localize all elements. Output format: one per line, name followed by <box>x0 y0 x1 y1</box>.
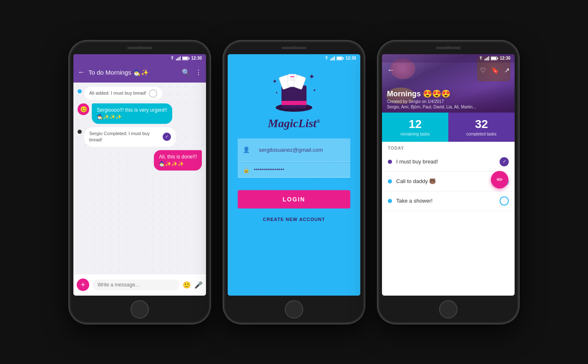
back-button[interactable]: ← <box>78 68 85 77</box>
power-button-2 <box>364 92 365 113</box>
avatar-sergio: 😊 <box>78 103 89 115</box>
vol-up-button-3 <box>377 88 378 103</box>
todo-check-3[interactable] <box>500 196 509 206</box>
vol-up-button-1 <box>69 88 70 103</box>
email-field-container: 👤 <box>238 138 350 162</box>
phone-2: 12:30 ✦ ✦ ✦ ✦ <box>223 40 365 324</box>
svg-rect-5 <box>189 58 190 59</box>
share-icon[interactable]: ↗ <box>504 66 510 74</box>
email-input[interactable] <box>254 143 345 157</box>
toolbar-icons: 🔍 ⋮ <box>182 68 202 76</box>
emoji-icon[interactable]: 🙂 <box>183 281 191 289</box>
today-section-label: TODAY <box>382 142 515 152</box>
list-header-title: Mornings 😍😍😍 <box>387 89 510 98</box>
remaining-label: remaining tasks <box>400 132 430 136</box>
msg-bubble-system-1: Ali added: I must buy bread! <box>84 87 162 100</box>
chat-title: To do Mornings 🧙‍♂️✨ <box>88 69 178 76</box>
login-form: 👤 🔒 <box>238 138 350 178</box>
todo-item-3: Take a shower! <box>382 191 515 211</box>
lock-icon: 🔒 <box>243 166 250 173</box>
home-button-3[interactable] <box>439 300 457 319</box>
message-row-4: Ali, this is done!!!🧙‍♂️✨✨✨ <box>78 150 202 171</box>
phone-screen-2: 12:30 ✦ ✦ ✦ ✦ <box>228 54 360 296</box>
more-icon[interactable]: ⋮ <box>195 68 202 76</box>
msg-text-2: Sergioooo!!! this is very urgent!!🧙‍♂️✨✨… <box>97 107 167 120</box>
todo-dot-1 <box>388 160 392 164</box>
status-bar-3: 12:30 <box>382 54 515 63</box>
list-back-button[interactable]: ← <box>387 66 395 75</box>
completed-check: ✓ <box>163 133 171 141</box>
mic-icon[interactable]: 🎤 <box>194 281 203 289</box>
chat-toolbar: ← To do Mornings 🧙‍♂️✨ 🔍 ⋮ <box>73 63 206 83</box>
login-screen: 12:30 ✦ ✦ ✦ ✦ <box>228 54 360 296</box>
completed-label: completed tasks <box>466 132 496 136</box>
signal-icon-3 <box>485 56 490 60</box>
wifi-icon-3 <box>478 56 483 60</box>
login-button[interactable]: LOGIN <box>238 190 350 208</box>
phone-camera-2 <box>292 46 296 49</box>
list-action-icons: ♡ 🔖 ↗ <box>480 66 510 74</box>
vol-down-button-3 <box>377 106 378 121</box>
task-circle-1 <box>149 89 157 98</box>
list-header-overlay: Mornings 😍😍😍 Created by Sergio on 1/4/20… <box>382 86 515 113</box>
todo-text-3: Take a shower! <box>396 198 495 204</box>
status-icons-3: 12:30 <box>478 56 510 60</box>
svg-rect-30 <box>488 56 489 60</box>
list-header-members: Sergio, Ami, Björn, Paul, David, Lia, Al… <box>387 105 510 109</box>
completed-count: 32 <box>475 118 488 131</box>
svg-rect-32 <box>498 58 498 59</box>
list-header-image: 12:30 ← ♡ 🔖 ↗ <box>382 54 515 113</box>
app-logo-text: MagicList® <box>268 117 320 130</box>
phone-1: 12:30 ← To do Mornings 🧙‍♂️✨ 🔍 ⋮ Ali ad <box>69 40 211 324</box>
phone-screen-1: 12:30 ← To do Mornings 🧙‍♂️✨ 🔍 ⋮ Ali ad <box>73 54 206 296</box>
status-time-3: 12:30 <box>500 56 510 60</box>
search-icon[interactable]: 🔍 <box>182 68 190 76</box>
svg-text:✦: ✦ <box>313 88 316 93</box>
vol-up-button-2 <box>223 88 224 103</box>
message-row-1: Ali added: I must buy bread! <box>78 87 202 100</box>
list-header-created: Created by Sergio on 1/4/2017 <box>387 99 510 104</box>
message-row-3: Sergio Completed: I must buy bread! ✓ <box>78 127 202 147</box>
create-account-link[interactable]: CREATE NEW ACCOUNT <box>263 217 325 222</box>
todo-dot-2 <box>388 179 392 183</box>
wifi-icon <box>170 56 175 60</box>
fab-edit-button[interactable]: ✏ <box>491 171 508 188</box>
vol-down-button-1 <box>69 106 70 121</box>
home-button-1[interactable] <box>131 300 149 319</box>
msg-text-1: Ali added: I must buy bread! <box>89 90 146 96</box>
password-input[interactable] <box>254 166 345 173</box>
svg-rect-3 <box>180 56 181 60</box>
chat-input-icons: 🙂 🎤 <box>183 281 203 289</box>
msg-text-4: Ali, this is done!!!🧙‍♂️✨✨✨ <box>159 154 197 167</box>
svg-rect-33 <box>491 57 496 60</box>
svg-rect-0 <box>176 59 177 60</box>
list-toolbar: ← ♡ 🔖 ↗ <box>382 63 515 78</box>
heart-icon[interactable]: ♡ <box>480 66 486 74</box>
magic-hat-logo: ✦ ✦ ✦ ✦ <box>269 71 319 117</box>
todo-text-1: I must buy bread! <box>396 158 495 165</box>
svg-rect-6 <box>183 57 188 60</box>
power-button-1 <box>210 92 211 113</box>
password-field-container: 🔒 <box>238 162 350 178</box>
status-icons-1: 12:30 <box>170 56 202 60</box>
home-button-2[interactable] <box>285 300 303 319</box>
message-input[interactable] <box>93 279 179 290</box>
todo-item-1: I must buy bread! ✓ <box>382 152 515 172</box>
todo-check-1[interactable]: ✓ <box>500 157 509 166</box>
todo-dot-3 <box>388 199 392 203</box>
add-message-button[interactable]: + <box>77 279 89 291</box>
svg-rect-28 <box>486 58 487 60</box>
svg-text:✦: ✦ <box>309 73 315 81</box>
remaining-tasks-box: 12 remaining tasks <box>382 113 448 142</box>
svg-rect-27 <box>485 59 485 60</box>
msg-bubble-incoming: Sergioooo!!! this is very urgent!!🧙‍♂️✨✨… <box>92 103 172 124</box>
remaining-count: 12 <box>409 118 422 131</box>
battery-icon <box>182 56 190 60</box>
status-bar-1: 12:30 <box>73 54 206 63</box>
svg-text:✦: ✦ <box>275 91 278 95</box>
bookmark-icon[interactable]: 🔖 <box>491 66 499 74</box>
todo-list: TODAY I must buy bread! ✓ Call to daddy … <box>382 142 515 296</box>
todo-text-2: Call to daddy 🐻 <box>396 178 495 184</box>
svg-text:✦: ✦ <box>272 78 277 85</box>
battery-icon-3 <box>491 56 498 60</box>
